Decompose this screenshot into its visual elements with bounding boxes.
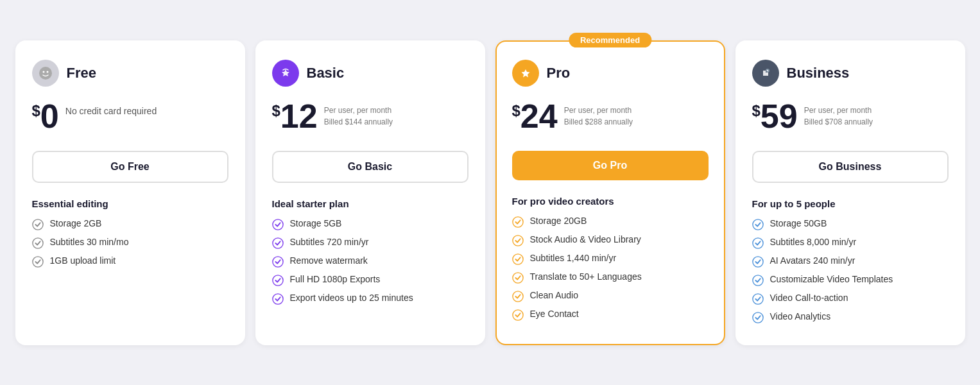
feature-item: Subtitles 720 min/yr bbox=[272, 237, 469, 249]
plan-icon-free bbox=[32, 60, 59, 87]
svg-point-2 bbox=[46, 71, 48, 73]
price-dollar: $ bbox=[512, 102, 520, 120]
feature-item: Stock Audio & Video Library bbox=[512, 234, 709, 246]
plan-header: Basic bbox=[272, 60, 469, 87]
feature-item: Subtitles 1,440 min/yr bbox=[512, 253, 709, 265]
price-amount: $ 0 bbox=[32, 99, 59, 133]
svg-point-27 bbox=[752, 293, 762, 304]
svg-point-1 bbox=[42, 71, 44, 73]
svg-point-17 bbox=[512, 272, 522, 282]
cta-button-free[interactable]: Go Free bbox=[32, 151, 228, 183]
svg-point-24 bbox=[752, 237, 762, 248]
plan-card-basic: Basic $ 12 Per user, per month Billed $1… bbox=[255, 40, 485, 345]
svg-point-11 bbox=[272, 293, 282, 304]
price-amount: $ 59 bbox=[752, 99, 798, 133]
feature-item: Video Analytics bbox=[752, 311, 949, 323]
feature-item: Storage 50GB bbox=[752, 218, 949, 230]
features-list: Storage 2GB Subtitles 30 min/mo 1GB uplo… bbox=[32, 218, 228, 268]
svg-point-4 bbox=[32, 237, 42, 248]
price-meta: Per user, per month Billed $144 annually bbox=[324, 99, 393, 128]
feature-item: Remove watermark bbox=[272, 255, 469, 268]
svg-point-18 bbox=[512, 291, 522, 301]
plan-card-business: Business $ 59 Per user, per month Billed… bbox=[735, 40, 965, 345]
svg-point-10 bbox=[272, 275, 282, 285]
svg-point-9 bbox=[272, 256, 282, 266]
price-row: $ 59 Per user, per month Billed $708 ann… bbox=[752, 99, 949, 138]
price-amount: $ 12 bbox=[272, 99, 318, 133]
feature-item: Subtitles 8,000 min/yr bbox=[752, 237, 949, 249]
price-amount: $ 24 bbox=[512, 99, 558, 133]
svg-point-23 bbox=[752, 219, 762, 229]
svg-point-14 bbox=[512, 216, 522, 227]
price-row: $ 24 Per user, per month Billed $288 ann… bbox=[512, 99, 709, 138]
plan-tagline: For up to 5 people bbox=[752, 198, 949, 209]
svg-point-8 bbox=[272, 237, 282, 248]
price-number: 0 bbox=[40, 99, 59, 133]
features-list: Storage 20GB Stock Audio & Video Library… bbox=[512, 216, 709, 321]
feature-item: 1GB upload limit bbox=[32, 255, 228, 268]
feature-item: Storage 2GB bbox=[32, 218, 228, 230]
svg-point-0 bbox=[39, 67, 52, 80]
svg-point-28 bbox=[752, 312, 762, 322]
plan-header: Business bbox=[752, 60, 949, 87]
price-meta: Per user, per month Billed $708 annually bbox=[804, 99, 873, 128]
feature-item: Export videos up to 25 minutes bbox=[272, 293, 469, 305]
feature-item: Eye Contact bbox=[512, 309, 709, 321]
plan-name: Business bbox=[787, 65, 850, 81]
feature-item: Full HD 1080p Exports bbox=[272, 274, 469, 286]
plan-tagline: For pro video creators bbox=[512, 196, 709, 207]
plan-header: Pro bbox=[512, 60, 709, 87]
plan-name: Free bbox=[67, 65, 96, 81]
svg-point-26 bbox=[752, 275, 762, 285]
price-meta: Per user, per month Billed $288 annually bbox=[564, 99, 633, 128]
feature-item: AI Avatars 240 min/yr bbox=[752, 255, 949, 268]
plan-tagline: Essential editing bbox=[32, 198, 228, 209]
price-number: 59 bbox=[761, 99, 798, 133]
price-dollar: $ bbox=[32, 102, 40, 120]
svg-point-19 bbox=[512, 309, 522, 320]
feature-item: Video Call-to-action bbox=[752, 293, 949, 305]
price-number: 12 bbox=[280, 99, 318, 133]
feature-item: Clean Audio bbox=[512, 290, 709, 302]
recommended-badge: Recommended bbox=[569, 33, 651, 47]
cta-button-business[interactable]: Go Business bbox=[752, 151, 949, 183]
cta-button-basic[interactable]: Go Basic bbox=[272, 151, 469, 183]
plan-card-free: Free $ 0 No credit card required Go Free… bbox=[15, 40, 245, 345]
plan-icon-business bbox=[752, 60, 779, 87]
svg-point-16 bbox=[512, 253, 522, 264]
feature-item: Storage 5GB bbox=[272, 218, 469, 230]
svg-point-7 bbox=[272, 219, 282, 229]
feature-item: Subtitles 30 min/mo bbox=[32, 237, 228, 249]
cta-button-pro[interactable]: Go Pro bbox=[512, 151, 709, 180]
plan-name: Basic bbox=[307, 65, 345, 81]
features-list: Storage 50GB Subtitles 8,000 min/yr AI A… bbox=[752, 218, 949, 323]
plan-tagline: Ideal starter plan bbox=[272, 198, 469, 209]
plans-container: Free $ 0 No credit card required Go Free… bbox=[15, 40, 965, 345]
price-row: $ 0 No credit card required bbox=[32, 99, 228, 138]
price-dollar: $ bbox=[272, 102, 280, 120]
plan-icon-pro bbox=[512, 60, 539, 87]
svg-point-3 bbox=[32, 219, 42, 229]
price-dollar: $ bbox=[752, 102, 761, 120]
svg-point-25 bbox=[752, 256, 762, 266]
price-meta: No credit card required bbox=[65, 99, 157, 118]
price-number: 24 bbox=[520, 99, 558, 133]
price-row: $ 12 Per user, per month Billed $144 ann… bbox=[272, 99, 469, 138]
plan-header: Free bbox=[32, 60, 228, 87]
svg-point-5 bbox=[32, 256, 42, 266]
svg-point-15 bbox=[512, 235, 522, 245]
feature-item: Storage 20GB bbox=[512, 216, 709, 228]
plan-icon-basic bbox=[272, 60, 299, 87]
plan-name: Pro bbox=[547, 65, 571, 81]
feature-item: Translate to 50+ Languages bbox=[512, 271, 709, 284]
feature-item: Customizable Video Templates bbox=[752, 274, 949, 286]
features-list: Storage 5GB Subtitles 720 min/yr Remove … bbox=[272, 218, 469, 305]
plan-card-pro: Recommended Pro $ 24 Per user, per month… bbox=[495, 40, 725, 345]
